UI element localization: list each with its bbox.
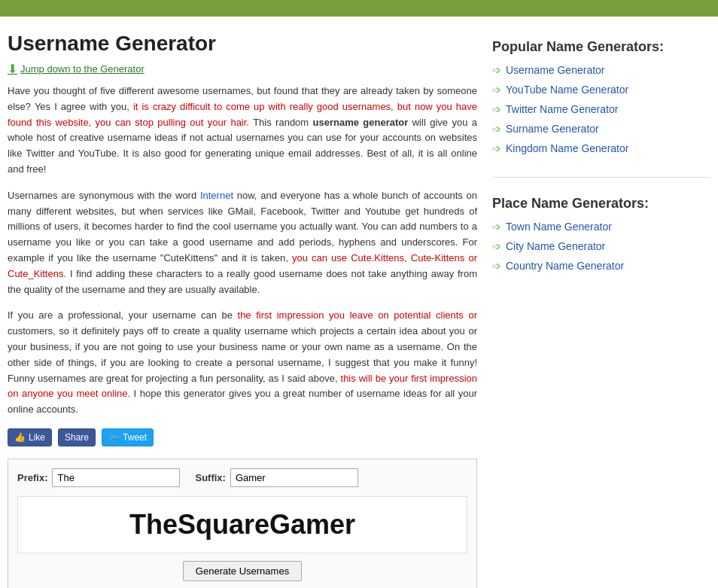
popular-generators-title: Popular Name Generators: xyxy=(492,39,710,55)
arrow-right-icon: ➩ xyxy=(492,84,501,96)
twitter-name-generator-link[interactable]: Twitter Name Generator xyxy=(506,103,618,115)
facebook-share-button[interactable]: Share xyxy=(58,428,96,446)
prefix-suffix-row: Prefix: Suffix: xyxy=(17,468,467,487)
kingdom-name-generator-link[interactable]: Kingdom Name Generator xyxy=(506,142,628,154)
thumbs-up-icon: 👍 xyxy=(14,432,26,443)
sidebar: Popular Name Generators: ➩ Username Gene… xyxy=(492,32,710,588)
sidebar-item-username-generator[interactable]: ➩ Username Generator xyxy=(492,64,710,76)
main-content: Username Generator ⬇ Jump down to the Ge… xyxy=(8,32,477,588)
sidebar-item-kingdom-name-generator[interactable]: ➩ Kingdom Name Generator xyxy=(492,142,710,154)
city-name-generator-link[interactable]: City Name Generator xyxy=(506,240,605,252)
suffix-input[interactable] xyxy=(230,468,358,487)
suffix-label: Suffix: xyxy=(195,472,225,483)
twitter-bird-icon: 🐦 xyxy=(108,432,120,443)
twitter-tweet-button[interactable]: 🐦 Tweet xyxy=(102,428,154,446)
prefix-field-group: Prefix: xyxy=(17,468,180,487)
surname-generator-link[interactable]: Surname Generator xyxy=(506,123,599,135)
arrow-right-icon: ➩ xyxy=(492,142,501,154)
generated-name-area: TheSquareGamer xyxy=(17,496,467,553)
page-title: Username Generator xyxy=(8,32,477,56)
sidebar-divider xyxy=(492,177,710,178)
arrow-right-icon: ➩ xyxy=(492,221,501,233)
town-name-generator-link[interactable]: Town Name Generator xyxy=(506,221,612,233)
prefix-label: Prefix: xyxy=(17,472,47,483)
generate-usernames-button[interactable]: Generate Usernames xyxy=(183,561,302,581)
youtube-name-generator-link[interactable]: YouTube Name Generator xyxy=(506,84,628,96)
facebook-like-button[interactable]: 👍 Like xyxy=(8,428,52,446)
arrow-right-icon: ➩ xyxy=(492,64,501,76)
sidebar-item-country-name-generator[interactable]: ➩ Country Name Generator xyxy=(492,260,710,272)
place-generators-section: Place Name Generators: ➩ Town Name Gener… xyxy=(492,188,710,284)
intro-paragraph-2: Usernames are synonymous with the word I… xyxy=(8,188,477,298)
prefix-input[interactable] xyxy=(52,468,180,487)
place-generators-title: Place Name Generators: xyxy=(492,196,710,212)
jump-to-generator-link[interactable]: ⬇ Jump down to the Generator xyxy=(8,62,145,76)
generate-button-wrapper: Generate Usernames xyxy=(17,561,467,581)
sidebar-item-surname-generator[interactable]: ➩ Surname Generator xyxy=(492,123,710,135)
intro-paragraph-1: Have you thought of five different aweso… xyxy=(8,84,477,178)
sidebar-item-city-name-generator[interactable]: ➩ City Name Generator xyxy=(492,240,710,252)
page-layout: Username Generator ⬇ Jump down to the Ge… xyxy=(0,17,718,588)
arrow-right-icon: ➩ xyxy=(492,123,501,135)
top-bar xyxy=(0,0,718,17)
sidebar-item-youtube-name-generator[interactable]: ➩ YouTube Name Generator xyxy=(492,84,710,96)
arrow-right-icon: ➩ xyxy=(492,240,501,252)
sidebar-item-town-name-generator[interactable]: ➩ Town Name Generator xyxy=(492,221,710,233)
suffix-field-group: Suffix: xyxy=(195,468,357,487)
arrow-right-icon: ➩ xyxy=(492,103,501,115)
popular-generators-section: Popular Name Generators: ➩ Username Gene… xyxy=(492,32,710,166)
intro-paragraph-3: If you are a professional, your username… xyxy=(8,308,477,418)
arrow-right-icon: ➩ xyxy=(492,260,501,272)
username-generator-link[interactable]: Username Generator xyxy=(506,64,605,76)
generator-box: Prefix: Suffix: TheSquareGamer Generate … xyxy=(8,459,477,588)
country-name-generator-link[interactable]: Country Name Generator xyxy=(506,260,624,272)
generated-name-display: TheSquareGamer xyxy=(129,509,355,540)
down-arrow-icon: ⬇ xyxy=(8,62,17,76)
sidebar-item-twitter-name-generator[interactable]: ➩ Twitter Name Generator xyxy=(492,103,710,115)
social-buttons-row: 👍 Like Share 🐦 Tweet xyxy=(8,428,477,446)
